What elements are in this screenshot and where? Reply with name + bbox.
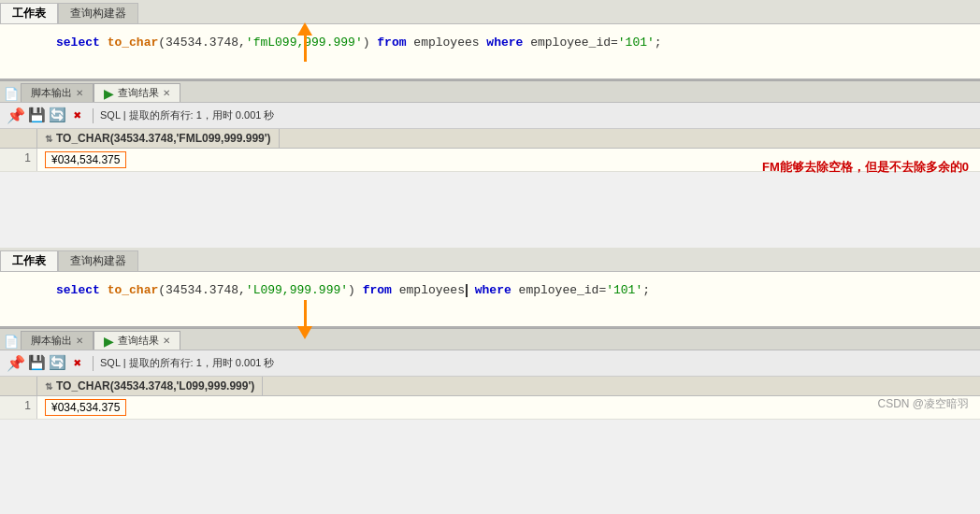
toolbar-sep-top [93,108,94,123]
refresh-icon-bottom[interactable]: 🔄 [49,355,65,372]
script-icon-bottom: 📄 [4,335,19,350]
delete-icon-top[interactable]: ✖ [69,107,86,124]
row-number-top: 1 [0,149,37,171]
from-kw-bottom: from [363,283,392,297]
tab-script-output-bottom[interactable]: 脚本输出 ✕ [21,331,94,350]
results-area-bottom: ⇅ TO_CHAR(34534.3748,'L099,999.999') 1 ¥… [0,377,980,420]
tab-query-result-bottom[interactable]: ▶ 查询结果 ✕ [94,331,180,350]
sql-text-bottom: select to_char(34534.3748,'L099,999.999'… [56,281,969,300]
toolbar-sep-bottom [93,356,94,371]
toolbar-info-top: SQL | 提取的所有行: 1，用时 0.001 秒 [100,108,274,122]
tab-worksheet-bottom[interactable]: 工作表 [0,250,58,271]
top-tab-bar-bottom: 工作表 查询构建器 [0,248,980,272]
top-panel: 工作表 查询构建器 select to_char(34534.3748,'fmL… [0,0,980,248]
toolbar-info-bottom: SQL | 提取的所有行: 1，用时 0.001 秒 [100,356,274,370]
results-header-bottom: ⇅ TO_CHAR(34534.3748,'L099,999.999') [0,377,980,396]
save-icon-bottom[interactable]: 💾 [28,355,45,372]
tab-querybuilder-top[interactable]: 查询构建器 [58,3,138,23]
where-kw-bottom: where [475,283,512,297]
from-kw: from [377,36,406,50]
result-row-bottom: 1 ¥034,534.375 [0,396,980,420]
sort-icon-bottom: ⇅ [45,381,52,392]
arrow-up-top [297,22,312,62]
fn-tochar-bottom: to_char [108,283,159,297]
watermark: CSDN @凌空暗羽 [877,396,969,412]
annotation-text: FM能够去除空格，但是不去除多余的0 [762,159,969,176]
sql-text-top: select to_char(34534.3748,'fmL099,999.99… [56,34,969,52]
refresh-icon-top[interactable]: 🔄 [49,107,65,124]
result-boxed-value-bottom: ¥034,534.375 [45,399,126,416]
row-number-bottom: 1 [0,396,37,419]
bottom-panel: 工作表 查询构建器 select to_char(34534.3748,'L09… [0,248,980,514]
col-header-bottom: ⇅ TO_CHAR(34534.3748,'L099,999.999') [37,377,263,395]
tab-query-result-top[interactable]: ▶ 查询结果 ✕ [94,83,180,102]
toolbar-bottom: 📌 💾 🔄 ✖ SQL | 提取的所有行: 1，用时 0.001 秒 [0,350,980,377]
delete-icon-bottom[interactable]: ✖ [69,355,86,372]
pin-icon-bottom: 📌 [7,355,24,372]
tab-worksheet-top[interactable]: 工作表 [0,3,58,23]
col-header-top: ⇅ TO_CHAR(34534.3748,'FML099,999.999') [37,129,280,148]
play-icon-bottom: ▶ [104,334,114,349]
select-kw: select [56,36,100,50]
output-tab-bar-top: 📄 脚本输出 ✕ ▶ 查询结果 ✕ [0,80,980,103]
sort-icon-top: ⇅ [45,134,52,144]
where-kw: where [486,36,523,50]
result-boxed-value-top: ¥034,534.375 [45,151,126,168]
toolbar-top: 📌 💾 🔄 ✖ SQL | 提取的所有行: 1，用时 0.001 秒 [0,103,980,129]
result-value-bottom: ¥034,534.375 [37,396,134,419]
save-icon-top[interactable]: 💾 [28,107,45,124]
sql-editor-bottom[interactable]: select to_char(34534.3748,'L099,999.999'… [0,272,980,328]
play-icon-top: ▶ [104,86,114,101]
arrow-down-bottom [297,300,312,339]
row-num-header [0,129,37,148]
cursor-bottom [466,284,468,297]
row-num-header-bottom [0,377,37,395]
script-icon-top: 📄 [4,87,19,102]
tab-script-output-top[interactable]: 脚本输出 ✕ [21,83,94,102]
top-tab-bar: 工作表 查询构建器 [0,0,980,24]
sql-editor-top[interactable]: select to_char(34534.3748,'fmL099,999.99… [0,24,980,80]
result-value-top: ¥034,534.375 [37,149,134,171]
tab-querybuilder-bottom[interactable]: 查询构建器 [58,250,138,271]
select-kw-bottom: select [56,283,100,297]
output-tab-bar-bottom: 📄 脚本输出 ✕ ▶ 查询结果 ✕ [0,328,980,350]
results-header-top: ⇅ TO_CHAR(34534.3748,'FML099,999.999') [0,129,980,149]
fn-tochar: to_char [108,36,159,50]
pin-icon-top: 📌 [7,107,24,124]
bottom-section-bottom: 📄 脚本输出 ✕ ▶ 查询结果 ✕ 📌 💾 🔄 ✖ SQL | 提取的所有行: … [0,328,980,420]
